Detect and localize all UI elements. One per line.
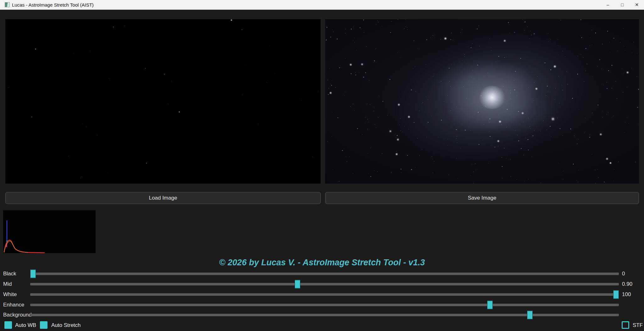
black-slider-label: Black	[3, 271, 16, 277]
black-slider-track[interactable]	[30, 273, 619, 275]
enhance-slider-track[interactable]	[30, 304, 619, 306]
slider-row-mid: Mid 0.90	[0, 280, 644, 289]
mid-slider-handle[interactable]	[295, 280, 300, 289]
galaxy-arm	[407, 32, 526, 124]
original-image-view	[5, 19, 321, 184]
bright-stars	[5, 19, 6, 20]
titlebar[interactable]: Lucas - AstroImage Stretch Tool (AIST) –…	[0, 0, 644, 10]
galaxy-halo	[344, 19, 639, 184]
galaxy-inner-glow	[414, 33, 569, 161]
close-button[interactable]: ✕	[630, 0, 644, 9]
stf-label: STF	[633, 322, 643, 328]
auto-stretch-checkbox[interactable]	[40, 321, 47, 329]
background-slider-label: Background	[3, 312, 32, 318]
save-image-button[interactable]: Save Image	[325, 192, 639, 204]
white-slider-value: 100	[622, 291, 631, 298]
enhance-slider-handle[interactable]	[487, 301, 493, 309]
histogram-panel	[3, 210, 96, 253]
mid-slider-track[interactable]	[30, 283, 619, 285]
black-slider-value: 0	[622, 271, 625, 277]
background-slider-track[interactable]	[30, 314, 619, 316]
galaxy-arm	[456, 77, 577, 152]
histogram-canvas	[3, 210, 96, 253]
slider-row-background: Background	[0, 311, 644, 319]
bright-stars	[325, 19, 326, 20]
auto-wb-checkbox[interactable]	[4, 321, 12, 329]
window-controls: – □ ✕	[601, 0, 644, 9]
mid-slider-value: 0.90	[622, 281, 632, 287]
slider-row-black: Black 0	[0, 269, 644, 278]
maximize-button[interactable]: □	[615, 0, 630, 9]
background-slider-handle[interactable]	[527, 311, 533, 319]
minimize-button[interactable]: –	[601, 0, 615, 9]
stretched-image-view	[325, 19, 639, 184]
white-slider-track[interactable]	[30, 293, 619, 296]
slider-row-enhance: Enhance	[0, 301, 644, 309]
load-image-button[interactable]: Load Image	[5, 192, 321, 204]
white-slider-label: White	[3, 291, 17, 298]
enhance-slider-label: Enhance	[3, 302, 24, 308]
auto-wb-label: Auto WB	[15, 322, 36, 328]
black-slider-handle[interactable]	[30, 270, 36, 278]
white-slider-handle[interactable]	[613, 290, 619, 299]
galaxy-core	[478, 86, 507, 109]
window-title: Lucas - AstroImage Stretch Tool (AIST)	[12, 2, 94, 8]
app-icon	[5, 2, 10, 7]
mid-slider-label: Mid	[3, 281, 12, 287]
copyright-text: © 2026 by Lucas V. - AstroImage Stretch …	[0, 258, 644, 268]
stf-checkbox[interactable]	[622, 321, 629, 329]
slider-row-white: White 100	[0, 290, 644, 299]
auto-stretch-label: Auto Stretch	[51, 322, 81, 328]
